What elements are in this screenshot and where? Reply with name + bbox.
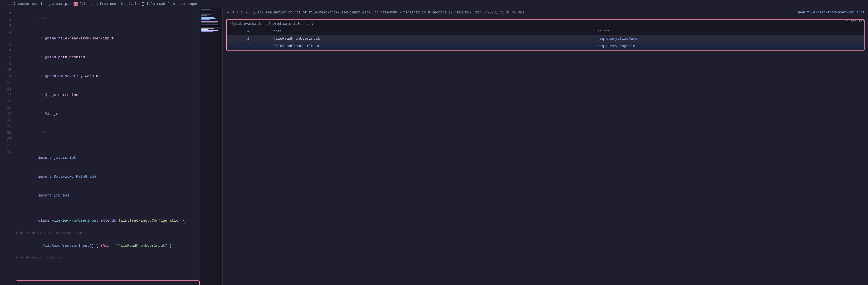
code-line-14: Quick Evaluation: FileReadFromUserInput …	[16, 230, 199, 255]
svg-rect-1	[201, 9, 210, 10]
code-line-1: /**	[16, 10, 199, 29]
svg-rect-13	[201, 26, 220, 26]
col-header-this: this	[270, 28, 594, 35]
next-page-button[interactable]: »	[244, 10, 249, 15]
svg-rect-9	[201, 20, 210, 20]
svg-rect-10	[201, 22, 218, 22]
code-line-4: * @problem.severity warning	[16, 67, 199, 86]
line-numbers: 12345 678910 1112131415 1617181920 21222…	[0, 8, 14, 285]
table-body: 1 FileReadFromUserInput req.query.fileNa…	[227, 35, 864, 50]
results-count-badge: 2 results	[846, 20, 865, 23]
code-line-8	[16, 142, 199, 148]
svg-rect-15	[201, 28, 214, 29]
svg-rect-14	[201, 27, 220, 27]
row-1-this: FileReadFromUserInput	[270, 35, 594, 42]
code-line-15: Quick Evaluation: isSource	[16, 255, 199, 280]
svg-rect-4	[201, 13, 214, 13]
results-header: « 1 / 1 » Quick evaluation counts of fil…	[223, 8, 868, 17]
prev-page-button[interactable]: «	[226, 10, 231, 15]
svg-rect-16	[201, 29, 209, 30]
svg-rect-18	[201, 31, 213, 32]
svg-rect-7	[201, 17, 214, 18]
dropdown-arrow-icon: ∨	[311, 22, 313, 26]
code-line-2: * @name file-read-from-user-input	[16, 29, 199, 48]
svg-rect-3	[201, 12, 213, 12]
code-line-11: import Express	[16, 186, 199, 205]
row-2-source: req.query.logFile	[594, 42, 864, 50]
highlighted-issource-block: override predicate isSource(DataFlow::No…	[16, 280, 199, 285]
col-header-source: source	[594, 28, 864, 35]
page-number: 1 / 1	[232, 10, 243, 15]
predicate-label: #Quick_evaluation_of_predicate_isSource	[229, 22, 310, 26]
table-row[interactable]: 1 FileReadFromUserInput req.query.fileNa…	[227, 35, 864, 42]
breadcrumb-sep-2: >	[138, 2, 140, 6]
table-row[interactable]: 2 FileReadFromUserInput req.query.logFil…	[227, 42, 864, 50]
breadcrumb-query-file[interactable]: file-read-from-user-input.ql	[79, 2, 137, 6]
code-line-3: * @kind path-problem	[16, 48, 199, 67]
code-line-7: */	[16, 123, 199, 142]
breadcrumb-folder[interactable]: codeql-custom-queries-javascript	[3, 2, 69, 6]
results-table: # this source 1 FileReadFromUserInput re…	[227, 28, 864, 50]
code-line-6: * @id js	[16, 105, 199, 123]
code-line-16: override predicate isSource(DataFlow::No…	[16, 281, 199, 285]
row-2-num: 2	[227, 42, 270, 50]
svg-rect-12	[201, 25, 218, 25]
breadcrumb-sep-1: >	[70, 2, 72, 6]
svg-rect-8	[201, 18, 216, 19]
svg-rect-0	[200, 8, 222, 94]
row-2-this: FileReadFromUserInput	[270, 42, 594, 50]
quick-eval-label-issource: Quick Evaluation: isSource	[16, 255, 60, 261]
status-text: Quick evaluation counts of file-read-fro…	[253, 10, 793, 15]
table-header: # this source	[227, 28, 864, 35]
open-file-link[interactable]: Open file-read-from-user-input.ql	[797, 10, 865, 15]
col-header-num: #	[227, 28, 270, 35]
editor-panel: 12345 678910 1112131415 1617181920 21222…	[0, 8, 222, 285]
svg-rect-2	[201, 10, 216, 11]
results-panel: « 1 / 1 » Quick evaluation counts of fil…	[222, 8, 868, 285]
code-line-5: * @tags correctness	[16, 86, 199, 105]
minimap	[199, 8, 222, 285]
svg-rect-5	[201, 14, 211, 15]
svg-rect-17	[201, 30, 218, 31]
row-1-source: req.query.fileName	[594, 35, 864, 42]
svg-rect-6	[201, 15, 207, 16]
svg-rect-11	[201, 23, 217, 23]
predicate-dropdown[interactable]: #Quick_evaluation_of_predicate_isSource …	[227, 20, 864, 28]
code-area[interactable]: /** * @name file-read-from-user-input * …	[14, 8, 199, 285]
code-line-12	[16, 205, 199, 211]
quick-eval-label-14: Quick Evaluation: FileReadFromUserInput	[16, 230, 83, 236]
breadcrumb: codeql-custom-queries-javascript > ql fi…	[0, 0, 868, 8]
results-table-area: 2 results #Quick_evaluation_of_predicate…	[223, 17, 868, 285]
results-box: #Quick_evaluation_of_predicate_isSource …	[226, 20, 865, 51]
row-1-num: 1	[227, 35, 270, 42]
breadcrumb-symbol[interactable]: file-read-from-user-input	[147, 2, 198, 6]
code-line-10: import DataFlow::PathGraph	[16, 167, 199, 186]
breadcrumb-braces-icon: {}	[141, 2, 145, 6]
code-line-9: import javascript	[16, 148, 199, 167]
code-line-13: class FileReadFromUserInput extends Tain…	[16, 211, 199, 230]
breadcrumb-query-icon: ql	[73, 2, 78, 6]
nav-arrows: « 1 / 1 »	[226, 10, 249, 15]
